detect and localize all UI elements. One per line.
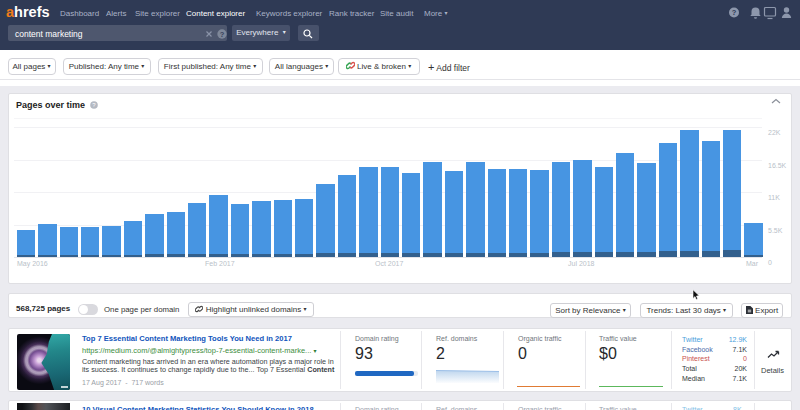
svg-text:?: ? — [732, 8, 737, 17]
svg-text:?: ? — [220, 29, 225, 38]
